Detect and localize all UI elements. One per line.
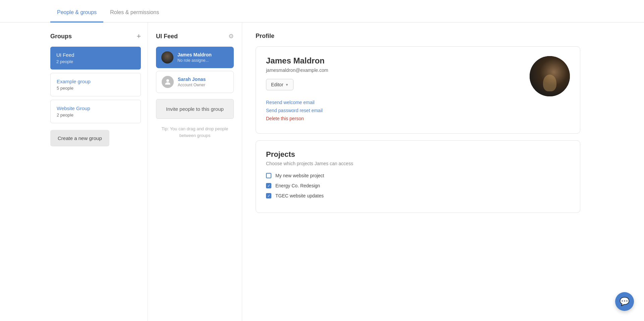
profile-name: James Maldron — [266, 56, 530, 65]
member-role: Account Owner — [178, 83, 228, 87]
create-group-button[interactable]: Create a new group — [50, 130, 109, 146]
main-layout: Groups + UI Feed 2 people Example group … — [0, 22, 644, 321]
member-name: Sarah Jonas — [178, 77, 228, 82]
project-item-my-new-website: My new website project — [266, 173, 570, 178]
projects-subtitle-name: James — [315, 161, 328, 166]
project-item-energy-co: Energy Co. Redesign — [266, 183, 570, 188]
group-item-name: Website Group — [57, 105, 135, 111]
group-item-example-group[interactable]: Example group 5 people — [50, 73, 141, 96]
tab-roles-permissions[interactable]: Roles & permissions — [103, 0, 166, 22]
project-checkbox-energy-co[interactable] — [266, 183, 271, 188]
project-name: TGEC website updates — [275, 193, 324, 198]
members-column-title: UI Feed — [156, 33, 178, 40]
profile-info: James Maldron jamesmaldron@example.com E… — [266, 56, 530, 124]
projects-card: Projects Choose which projects James can… — [256, 140, 580, 213]
chevron-down-icon: ▼ — [285, 83, 289, 87]
members-column: UI Feed ⚙ James Maldron No role assigne.… — [148, 22, 242, 321]
resend-email-link[interactable]: Resend welcome email — [266, 100, 530, 105]
projects-subtitle-prefix: Choose which projects — [266, 161, 313, 166]
group-item-ui-feed[interactable]: UI Feed 2 people — [50, 47, 141, 70]
add-group-button[interactable]: + — [137, 33, 141, 40]
projects-subtitle: Choose which projects James can access — [266, 161, 570, 166]
chat-icon: 💬 — [620, 297, 630, 306]
invite-people-button[interactable]: Invite people to this group — [156, 99, 234, 119]
profile-column: Profile James Maldron jamesmaldron@examp… — [242, 22, 594, 321]
tip-text: Tip: You can drag and drop people betwee… — [156, 126, 234, 139]
project-checkbox-tgec[interactable] — [266, 193, 271, 198]
profile-email: jamesmaldron@example.com — [266, 67, 530, 73]
profile-photo-inner — [530, 56, 570, 96]
member-info-james-maldron: James Maldron No role assigne... — [177, 52, 228, 63]
project-name: My new website project — [275, 173, 324, 178]
profile-card: James Maldron jamesmaldron@example.com E… — [256, 46, 580, 134]
send-password-reset-link[interactable]: Send password reset email — [266, 108, 530, 113]
member-info-sarah-jonas: Sarah Jonas Account Owner — [178, 77, 228, 87]
profile-column-title: Profile — [256, 33, 580, 40]
profile-photo — [530, 56, 570, 96]
projects-title: Projects — [266, 150, 570, 159]
tab-people-groups[interactable]: People & groups — [50, 0, 103, 22]
groups-column: Groups + UI Feed 2 people Example group … — [50, 22, 148, 321]
delete-person-link[interactable]: Delete this person — [266, 116, 530, 121]
group-item-name: UI Feed — [56, 52, 135, 58]
projects-subtitle-suffix: can access — [330, 161, 353, 166]
gear-icon[interactable]: ⚙ — [228, 33, 234, 40]
group-item-count: 5 people — [57, 86, 135, 91]
profile-actions: Resend welcome email Send password reset… — [266, 100, 530, 121]
page-container: People & groups Roles & permissions Grou… — [0, 0, 644, 321]
groups-column-header: Groups + — [50, 33, 141, 40]
member-card-james-maldron[interactable]: James Maldron No role assigne... — [156, 47, 234, 68]
group-item-count: 2 people — [57, 112, 135, 118]
group-item-website-group[interactable]: Website Group 2 people — [50, 100, 141, 123]
members-header: UI Feed ⚙ — [156, 33, 234, 40]
chat-button[interactable]: 💬 — [615, 292, 634, 311]
member-name: James Maldron — [177, 52, 228, 57]
project-item-tgec: TGEC website updates — [266, 193, 570, 198]
avatar-sarah-jonas — [162, 76, 174, 88]
avatar-james-maldron — [161, 51, 173, 63]
role-selector[interactable]: Editor ▼ — [266, 79, 293, 90]
role-label: Editor — [271, 82, 283, 87]
project-checkbox-my-new-website[interactable] — [266, 173, 271, 178]
group-item-count: 2 people — [56, 59, 135, 64]
svg-point-0 — [166, 79, 169, 82]
member-role: No role assigne... — [177, 58, 228, 63]
member-card-sarah-jonas[interactable]: Sarah Jonas Account Owner — [156, 71, 234, 93]
tabs-bar: People & groups Roles & permissions — [0, 0, 644, 22]
project-name: Energy Co. Redesign — [275, 183, 320, 188]
group-item-name: Example group — [57, 79, 135, 84]
groups-column-title: Groups — [50, 33, 72, 40]
